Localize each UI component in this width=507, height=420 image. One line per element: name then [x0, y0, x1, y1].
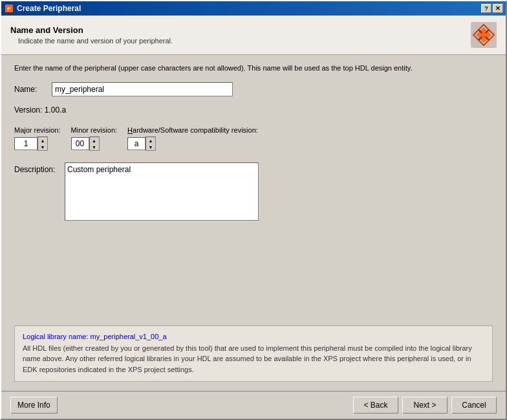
header-text: Name and Version Indicate the name and v… [10, 25, 173, 45]
hwsw-label-rest: ardware/Software compatibility revision: [133, 126, 258, 134]
minor-revision-group: Minor revision: ▲ ▼ [71, 126, 118, 151]
description-textarea[interactable] [65, 162, 259, 221]
header-section: Name and Version Indicate the name and v… [1, 16, 506, 55]
header-subtitle: Indicate the name and version of your pe… [10, 37, 173, 45]
window-title: Create Peripheral [17, 4, 481, 13]
major-label: Major revision: [14, 126, 61, 134]
major-arrows: ▲ ▼ [38, 137, 48, 151]
svg-text:P: P [7, 6, 11, 12]
major-revision-group: Major revision: ▲ ▼ [14, 126, 61, 151]
major-input[interactable] [14, 137, 38, 150]
content-area: Enter the name of the peripheral (upper … [1, 55, 506, 391]
minor-input[interactable] [71, 137, 89, 150]
header-title: Name and Version [10, 25, 173, 35]
minor-spinner: ▲ ▼ [71, 137, 118, 151]
close-button[interactable]: ✕ [493, 4, 503, 13]
hwsw-label: Hardware/Software compatibility revision… [127, 126, 258, 134]
desc-label: Description: [14, 162, 59, 174]
minor-label: Minor revision: [71, 126, 118, 134]
description-row: Description: [14, 162, 493, 221]
name-input[interactable] [52, 82, 233, 96]
logical-library-link[interactable]: Logical library name: my_peripheral_v1_0… [23, 333, 484, 340]
minor-arrows: ▲ ▼ [89, 137, 100, 151]
help-button[interactable]: ? [481, 4, 491, 13]
xilinx-logo [471, 22, 497, 48]
hwsw-spinner: ▲ ▼ [127, 137, 258, 151]
version-display: Version: 1.00.a [14, 105, 493, 115]
next-button[interactable]: Next > [402, 397, 448, 414]
major-down-arrow[interactable]: ▼ [38, 144, 47, 150]
svg-point-7 [481, 32, 486, 38]
spinners-row: Major revision: ▲ ▼ Minor revision: ▲ ▼ [14, 126, 493, 151]
main-window: P Create Peripheral ? ✕ Name and Version… [0, 0, 507, 420]
major-spinner: ▲ ▼ [14, 137, 61, 151]
navigation-buttons: < Back Next > Cancel [353, 397, 497, 414]
hwsw-arrows: ▲ ▼ [146, 137, 156, 151]
hwsw-up-arrow[interactable]: ▲ [146, 137, 155, 144]
window-icon: P [4, 3, 14, 14]
title-bar-buttons: ? ✕ [481, 4, 503, 13]
bottom-bar: More Info < Back Next > Cancel [1, 391, 506, 419]
hwsw-label-underline: H [127, 126, 133, 134]
title-bar: P Create Peripheral ? ✕ [1, 1, 506, 16]
name-label: Name: [14, 85, 47, 94]
info-box-text: All HDL files (either created by you or … [23, 343, 484, 375]
hwsw-revision-group: Hardware/Software compatibility revision… [127, 126, 258, 151]
back-button[interactable]: < Back [353, 397, 398, 414]
hwsw-input[interactable] [127, 137, 146, 150]
hwsw-down-arrow[interactable]: ▼ [146, 144, 155, 150]
form-description: Enter the name of the peripheral (upper … [14, 64, 493, 72]
more-info-button[interactable]: More Info [10, 397, 58, 414]
spacer [14, 227, 493, 316]
name-row: Name: [14, 82, 493, 96]
cancel-button[interactable]: Cancel [451, 397, 497, 414]
minor-down-arrow[interactable]: ▼ [90, 144, 99, 150]
major-up-arrow[interactable]: ▲ [38, 137, 47, 144]
info-box: Logical library name: my_peripheral_v1_0… [14, 326, 493, 382]
minor-up-arrow[interactable]: ▲ [90, 137, 99, 144]
